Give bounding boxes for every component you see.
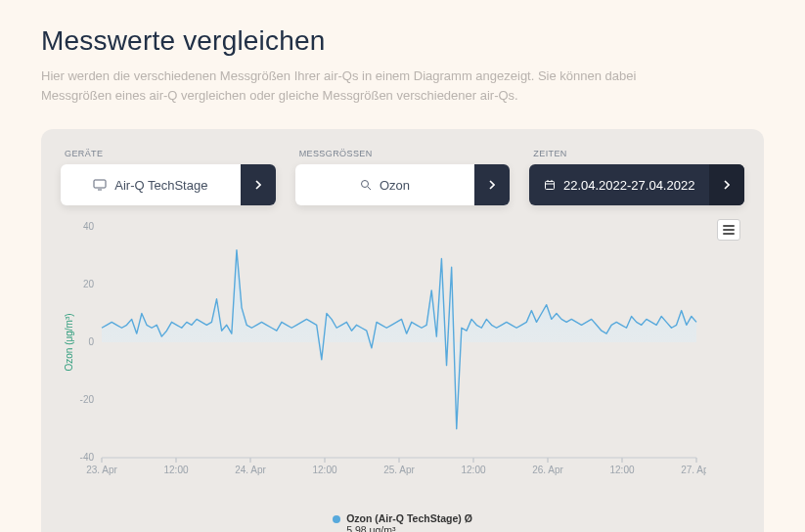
svg-text:27. Apr: 27. Apr — [681, 465, 706, 475]
svg-text:25. Apr: 25. Apr — [383, 465, 415, 475]
selector-timerange-button[interactable] — [709, 164, 744, 205]
legend-marker-icon — [333, 515, 340, 523]
selector-metrics-box[interactable]: Ozon — [295, 164, 511, 205]
page-subtitle: Hier werden die verschiedenen Messgrößen… — [41, 66, 667, 106]
svg-text:12:00: 12:00 — [312, 465, 336, 475]
selector-metrics-label: MESSGRÖSSEN — [299, 149, 511, 158]
svg-text:12:00: 12:00 — [461, 465, 485, 475]
svg-text:0: 0 — [88, 336, 94, 347]
svg-text:20: 20 — [83, 279, 95, 289]
chevron-right-icon — [489, 180, 495, 190]
page-title: Messwerte vergleichen — [41, 25, 764, 57]
selector-timerange-box[interactable]: 22.04.2022-27.04.2022 — [529, 164, 744, 205]
selector-devices: GERÄTE Air-Q TechStage — [61, 149, 276, 205]
selector-metrics-value: Ozon — [380, 178, 410, 193]
selector-timerange: ZEITEN 22.04.2022-27.04.2022 — [529, 149, 744, 205]
svg-point-1 — [361, 181, 368, 188]
svg-text:-40: -40 — [80, 452, 95, 463]
svg-text:Ozon (μg/m³): Ozon (μg/m³) — [64, 314, 74, 372]
chevron-right-icon — [255, 180, 261, 190]
svg-rect-0 — [94, 180, 106, 188]
svg-text:40: 40 — [83, 221, 95, 232]
chart-card: GERÄTE Air-Q TechStage MESSGRÖSSEN — [41, 129, 764, 532]
svg-text:-20: -20 — [80, 394, 95, 405]
selector-metrics-button[interactable] — [474, 164, 510, 205]
selector-metrics: MESSGRÖSSEN Ozon — [295, 149, 511, 205]
chart-area: -40-2002040Ozon (μg/m³)23. Apr12:0024. A… — [61, 213, 744, 516]
chevron-right-icon — [724, 180, 730, 190]
svg-text:24. Apr: 24. Apr — [235, 465, 266, 475]
svg-text:23. Apr: 23. Apr — [86, 465, 117, 475]
selector-timerange-label: ZEITEN — [533, 149, 744, 158]
selector-devices-value: Air-Q TechStage — [114, 178, 207, 193]
chart-menu-button[interactable] — [717, 219, 740, 241]
selector-devices-button[interactable] — [241, 164, 276, 205]
search-icon — [360, 179, 372, 191]
svg-text:12:00: 12:00 — [163, 465, 188, 475]
selector-devices-label: GERÄTE — [65, 149, 276, 158]
calendar-icon — [544, 179, 556, 191]
ozone-line-chart: -40-2002040Ozon (μg/m³)23. Apr12:0024. A… — [61, 213, 706, 487]
selector-timerange-value: 22.04.2022-27.04.2022 — [563, 178, 694, 193]
svg-text:26. Apr: 26. Apr — [532, 465, 563, 475]
svg-rect-2 — [545, 182, 554, 190]
device-icon — [93, 179, 107, 191]
svg-text:12:00: 12:00 — [609, 465, 634, 475]
selector-devices-box[interactable]: Air-Q TechStage — [61, 164, 276, 205]
legend-avg-value: 5,98 μg/m³ — [346, 524, 395, 532]
